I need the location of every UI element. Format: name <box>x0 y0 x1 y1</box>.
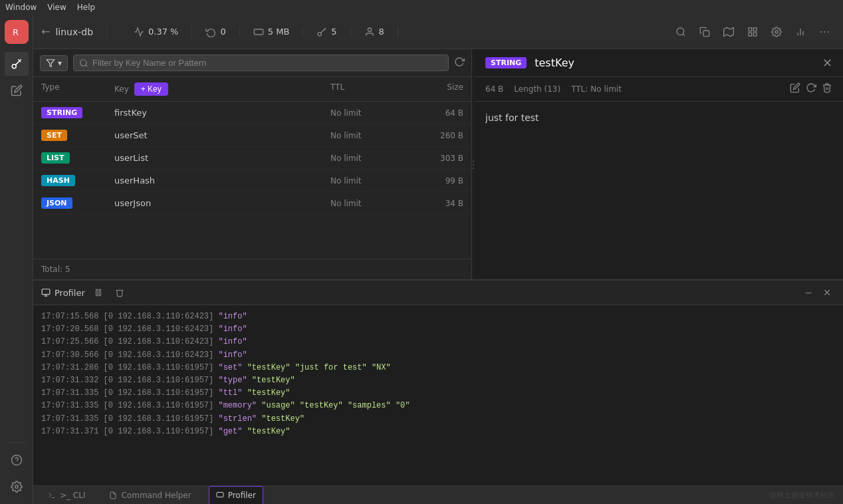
table-row[interactable]: STRING firstKey No limit 64 B <box>33 102 471 124</box>
sidebar-item-keys[interactable] <box>5 52 29 76</box>
back-button[interactable]: ← <box>41 25 50 38</box>
chart-action-btn[interactable] <box>790 21 811 43</box>
list-item: 17:07:25.566 [0 192.168.3.110:62423] "in… <box>41 336 835 348</box>
settings-action-btn[interactable] <box>766 21 787 43</box>
filter-refresh-btn[interactable] <box>454 57 465 70</box>
sidebar-item-settings[interactable] <box>5 475 29 499</box>
key-name-4: userJson <box>114 198 330 208</box>
detail-value: just for test <box>485 112 539 123</box>
detail-panel: STRING testKey ✕ 64 B Length (13) TTL: N… <box>475 49 843 279</box>
svg-rect-14 <box>749 33 752 36</box>
svg-line-10 <box>683 34 685 36</box>
menu-view[interactable]: View <box>47 3 66 12</box>
search-action-btn[interactable] <box>670 21 691 43</box>
filter-bar: ▾ <box>33 49 471 77</box>
grid-action-btn[interactable] <box>742 21 763 43</box>
panel-actions-right: − ✕ <box>800 285 835 301</box>
search-icon <box>79 59 88 68</box>
keys-footer: Total: 5 <box>33 259 471 279</box>
sidebar-item-divider <box>7 442 27 443</box>
profiler-pause-btn[interactable] <box>90 285 106 301</box>
stat-cpu: 0.37 % <box>120 27 192 37</box>
status-bar: >_ CLI Command Helper Profiler @稀土掘金技术社区 <box>33 485 843 504</box>
command-helper-icon <box>109 491 117 499</box>
list-item: 17:07:31.286 [0 192.168.3.110:61957] "se… <box>41 362 835 374</box>
filter-dropdown[interactable]: ▾ <box>40 55 68 71</box>
keys-table-header: Type Key + Key TTL Size <box>33 77 471 102</box>
detail-edit-btn[interactable] <box>790 82 800 96</box>
svg-point-16 <box>775 31 778 33</box>
cli-icon <box>48 491 56 499</box>
key-ttl-2: No limit <box>330 154 410 163</box>
svg-rect-13 <box>753 28 757 31</box>
stat-keys-value: 5 <box>331 27 336 37</box>
table-row[interactable]: LIST userList No limit 303 B <box>33 147 471 170</box>
svg-rect-24 <box>96 289 97 295</box>
profiler-tab[interactable]: Profiler <box>209 486 263 505</box>
detail-length: Length (13) <box>514 84 560 94</box>
col-ttl: TTL <box>330 82 410 96</box>
detail-meta: 64 B Length (13) TTL: No limit <box>475 77 843 102</box>
keys-table: STRING firstKey No limit 64 B SET userSe… <box>33 102 471 259</box>
keys-panel: ▾ Type Key + Key <box>33 49 472 279</box>
table-row[interactable]: SET userSet No limit 260 B <box>33 124 471 147</box>
svg-rect-25 <box>99 289 100 295</box>
clients-icon <box>364 27 375 37</box>
menu-help[interactable]: Help <box>77 3 95 12</box>
keys-icon <box>316 27 327 37</box>
detail-ttl-label: TTL: No limit <box>571 84 622 94</box>
list-item: 17:07:30.566 [0 192.168.3.110:62423] "in… <box>41 349 835 362</box>
add-key-button[interactable]: + Key <box>134 82 168 96</box>
header-actions: ⋯ <box>670 21 835 43</box>
copy-action-btn[interactable] <box>694 21 715 43</box>
more-action-btn[interactable]: ⋯ <box>814 21 835 43</box>
col-type: Type <box>41 82 114 96</box>
sidebar-item-edit[interactable] <box>5 78 29 102</box>
panel-close-btn[interactable]: ✕ <box>819 285 835 301</box>
header-bar: ← linux-db 0.37 % 0 5 MB 5 <box>33 15 843 49</box>
type-badge-1: SET <box>41 130 67 141</box>
detail-content: just for test <box>475 102 843 279</box>
app-logo[interactable]: R <box>5 20 29 44</box>
content-area: ▾ Type Key + Key <box>33 49 843 279</box>
log-content: 17:07:15.568 [0 192.168.3.110:62423] "in… <box>33 305 843 485</box>
stat-clients: 8 <box>351 27 398 37</box>
stat-clients-value: 8 <box>379 27 384 37</box>
profiler-clear-btn[interactable] <box>112 285 128 301</box>
key-name-3: userHash <box>114 176 330 186</box>
detail-delete-btn[interactable] <box>822 82 832 96</box>
list-item: 17:07:31.335 [0 192.168.3.110:61957] "tt… <box>41 387 835 400</box>
key-name-0: firstKey <box>114 108 330 118</box>
svg-point-8 <box>368 28 371 31</box>
svg-rect-6 <box>254 29 263 35</box>
connection-action-btn[interactable] <box>718 21 739 43</box>
svg-rect-11 <box>703 31 709 37</box>
detail-close-button[interactable]: ✕ <box>822 56 832 70</box>
sidebar-item-help[interactable] <box>5 448 29 472</box>
table-row[interactable]: HASH userHash No limit 99 B <box>33 170 471 192</box>
menu-window[interactable]: Window <box>5 3 37 12</box>
filter-arrow: ▾ <box>58 59 62 68</box>
memory-icon <box>253 27 264 37</box>
list-item: 17:07:31.332 [0 192.168.3.110:61957] "ty… <box>41 374 835 387</box>
profiler-tab-icon <box>216 491 224 499</box>
col-size: Size <box>410 82 463 96</box>
key-size-0: 64 B <box>410 108 463 118</box>
col-key: Key + Key <box>114 82 330 96</box>
cli-tab[interactable]: >_ CLI <box>41 486 92 505</box>
filter-input[interactable] <box>92 58 443 68</box>
stat-connections-value: 0 <box>220 27 225 37</box>
svg-point-21 <box>80 59 86 65</box>
key-name-1: userSet <box>114 130 330 140</box>
svg-point-5 <box>15 485 18 489</box>
detail-refresh-btn[interactable] <box>806 82 816 96</box>
stat-memory: 5 MB <box>240 27 304 37</box>
svg-rect-27 <box>217 492 223 497</box>
panel-minimize-btn[interactable]: − <box>800 285 816 301</box>
detail-size: 64 B <box>485 84 503 94</box>
svg-text:R: R <box>13 27 19 37</box>
app-layout: R ← linux-db 0.37 % <box>0 15 843 504</box>
table-row[interactable]: JSON userJson No limit 34 B <box>33 192 471 215</box>
menu-bar: Window View Help <box>0 0 843 15</box>
command-helper-tab[interactable]: Command Helper <box>102 486 197 505</box>
